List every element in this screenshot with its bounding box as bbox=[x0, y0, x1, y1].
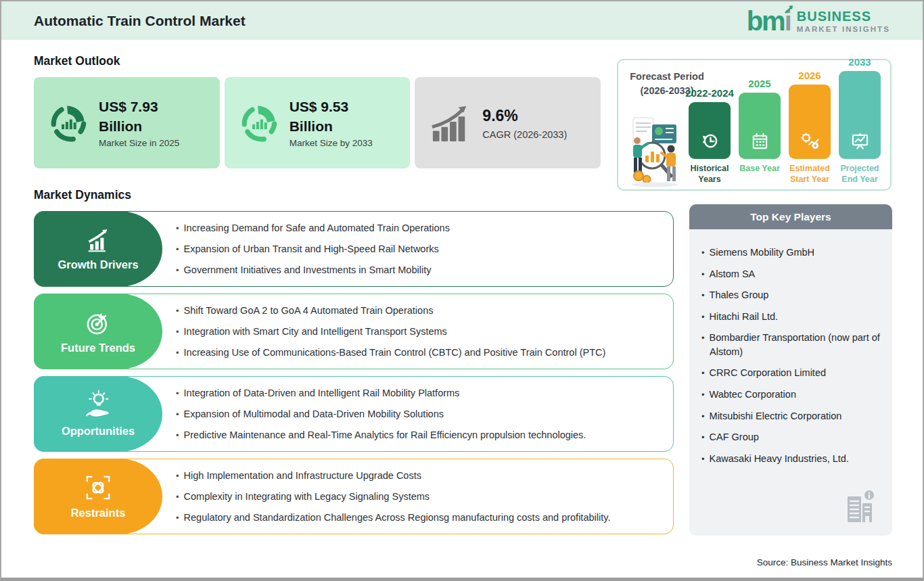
infographic-page: Automatic Train Control Market bmi BUSIN… bbox=[0, 0, 924, 581]
stat-card-cagr: 9.6% CAGR (2026-2033) bbox=[415, 77, 601, 168]
player-item: Siemens Mobility GmbH bbox=[701, 246, 881, 260]
stat-caption: Market Size in 2025 bbox=[99, 138, 179, 148]
bullet-item: Integration of Data-Driven and Intellige… bbox=[176, 383, 668, 404]
forecast-period-panel: Forecast Period (2026-2033) bbox=[617, 59, 892, 191]
header-band: Automatic Train Control Market bmi BUSIN… bbox=[1, 1, 923, 40]
dynamics-row-future-trends: Future Trends Shift Toward GoA 2 to GoA … bbox=[34, 294, 674, 369]
bullet-list: Increasing Demand for Safe and Automated… bbox=[176, 211, 668, 287]
growth-chart-icon bbox=[83, 227, 113, 254]
bar bbox=[789, 85, 831, 159]
player-item: CAF Group bbox=[701, 430, 881, 444]
analysts-illustration bbox=[621, 114, 689, 188]
constraint-knot-icon bbox=[84, 473, 112, 502]
bar bbox=[739, 93, 781, 159]
donut-chart-icon bbox=[49, 103, 88, 143]
growth-bars-icon bbox=[430, 103, 471, 143]
pill-label: Opportunities bbox=[62, 425, 135, 438]
bullet-item: Increasing Use of Communications-Based T… bbox=[176, 342, 668, 363]
logo-arrow-icon bbox=[784, 5, 795, 14]
calendar-icon bbox=[751, 132, 769, 150]
logo-mark-green: bm bbox=[747, 6, 785, 36]
forecast-bar-estimated: 2026 Estimated Start Year bbox=[789, 70, 831, 185]
company-building-icon bbox=[845, 488, 875, 524]
presentation-chart-icon bbox=[851, 132, 869, 150]
bullet-item: High Implementation and Infrastructure U… bbox=[176, 465, 668, 486]
player-item: Hitachi Rail Ltd. bbox=[701, 310, 881, 324]
player-item: Mitsubishi Electric Corporation bbox=[701, 409, 881, 423]
stat-value: US$ 9.53 bbox=[290, 97, 373, 116]
growth-drivers-pill: Growth Drivers bbox=[34, 211, 162, 287]
forecast-bar-historical: 2022-2024 Historical Years bbox=[689, 87, 731, 185]
logo-line2: MARKET INSIGHTS bbox=[797, 25, 890, 33]
logo-text: BUSINESS MARKET INSIGHTS bbox=[797, 9, 890, 33]
source-attribution: Source: Business Market Insights bbox=[618, 557, 892, 567]
stat-card-text: US$ 7.93 Billion Market Size in 2025 bbox=[99, 97, 179, 148]
bar-year-label: 2026 bbox=[798, 70, 821, 81]
dynamics-row-growth-drivers: Growth Drivers Increasing Demand for Saf… bbox=[34, 211, 674, 287]
bar-year-label: 2033 bbox=[848, 56, 871, 68]
player-item: Kawasaki Heavy Industries, Ltd. bbox=[701, 452, 881, 466]
bullet-item: Expansion of Multimodal and Data-Driven … bbox=[176, 404, 668, 425]
donut-chart-icon bbox=[239, 103, 279, 143]
bullet-item: Increasing Demand for Safe and Automated… bbox=[176, 218, 668, 239]
dynamics-row-opportunities: Opportunities Integration of Data-Driven… bbox=[34, 376, 674, 452]
bullet-list: Shift Toward GoA 2 to GoA 4 Automated Tr… bbox=[176, 294, 668, 369]
bar bbox=[839, 71, 881, 159]
bullet-item: Shift Toward GoA 2 to GoA 4 Automated Tr… bbox=[176, 300, 668, 321]
key-players-body: Siemens Mobility GmbH Alstom SA Thales G… bbox=[689, 229, 892, 536]
bullet-item: Integration with Smart City and Intellig… bbox=[176, 321, 668, 342]
bar-caption: Projected End Year bbox=[839, 163, 881, 185]
pill-label: Growth Drivers bbox=[57, 258, 138, 271]
forecast-bar-base: 2025 Base Year bbox=[739, 78, 781, 185]
bullet-item: Expansion of Urban Transit and High-Spee… bbox=[176, 239, 668, 260]
stat-unit: Billion bbox=[290, 117, 373, 136]
bar-year-label: 2025 bbox=[748, 78, 770, 89]
key-players-list: Siemens Mobility GmbH Alstom SA Thales G… bbox=[701, 246, 881, 465]
bar-caption: Base Year bbox=[739, 163, 780, 185]
target-dart-icon bbox=[83, 308, 113, 337]
opportunities-pill: Opportunities bbox=[34, 376, 162, 452]
pill-label: Future Trends bbox=[61, 342, 135, 354]
clock-history-icon bbox=[701, 132, 719, 150]
dynamics-row-restraints: Restraints High Implementation and Infra… bbox=[34, 459, 674, 534]
pill-label: Restraints bbox=[71, 507, 126, 519]
bmi-logo-mark: bmi bbox=[747, 7, 791, 34]
page-title: Automatic Train Control Market bbox=[34, 13, 246, 29]
brand-logo: bmi BUSINESS MARKET INSIGHTS bbox=[747, 7, 890, 34]
restraints-pill: Restraints bbox=[34, 459, 162, 534]
future-trends-pill: Future Trends bbox=[34, 294, 162, 369]
stat-unit: Billion bbox=[99, 117, 179, 136]
stat-card-2033: US$ 9.53 Billion Market Size by 2033 bbox=[225, 77, 411, 168]
player-item: Bombardier Transportation (now part of A… bbox=[701, 331, 881, 358]
key-players-heading: Top Key Players bbox=[689, 204, 892, 229]
bullet-item: Predictive Maintenance and Real-Time Ana… bbox=[176, 425, 668, 446]
stat-cards: US$ 7.93 Billion Market Size in 2025 bbox=[34, 77, 601, 168]
stat-caption: CAGR (2026-2033) bbox=[482, 129, 567, 140]
bullet-list: High Implementation and Infrastructure U… bbox=[176, 459, 668, 534]
bullet-item: Government Initiatives and Investments i… bbox=[176, 260, 668, 281]
player-item: Thales Group bbox=[701, 288, 881, 302]
bar-caption: Estimated Start Year bbox=[789, 163, 831, 185]
stat-caption: Market Size by 2033 bbox=[290, 138, 373, 148]
idea-hand-icon bbox=[83, 390, 113, 420]
bar-year-label: 2022-2024 bbox=[685, 87, 734, 99]
stat-value: 9.6% bbox=[482, 106, 567, 126]
bar bbox=[689, 102, 731, 159]
player-item: CRRC Corporation Limited bbox=[701, 366, 881, 380]
stat-card-text: US$ 9.53 Billion Market Size by 2033 bbox=[290, 97, 373, 148]
player-item: Alstom SA bbox=[701, 267, 881, 281]
gear-chart-icon bbox=[800, 132, 820, 150]
forecast-bars: 2022-2024 Historical Years 2025 bbox=[689, 56, 881, 185]
stat-card-text: 9.6% CAGR (2026-2033) bbox=[482, 106, 567, 139]
bullet-item: Complexity in Integrating with Legacy Si… bbox=[176, 486, 668, 507]
bullet-list: Integration of Data-Driven and Intellige… bbox=[176, 376, 668, 452]
stat-value: US$ 7.93 bbox=[99, 97, 179, 116]
forecast-bar-projected: 2033 Projected End Year bbox=[839, 56, 881, 185]
stat-card-2025: US$ 7.93 Billion Market Size in 2025 bbox=[34, 77, 220, 168]
bar-caption: Historical Years bbox=[689, 163, 731, 185]
logo-line1: BUSINESS bbox=[797, 9, 890, 24]
key-players-panel: Top Key Players Siemens Mobility GmbH Al… bbox=[689, 204, 892, 536]
player-item: Wabtec Corporation bbox=[701, 388, 881, 402]
bullet-item: Regulatory and Standardization Challenge… bbox=[176, 507, 668, 528]
